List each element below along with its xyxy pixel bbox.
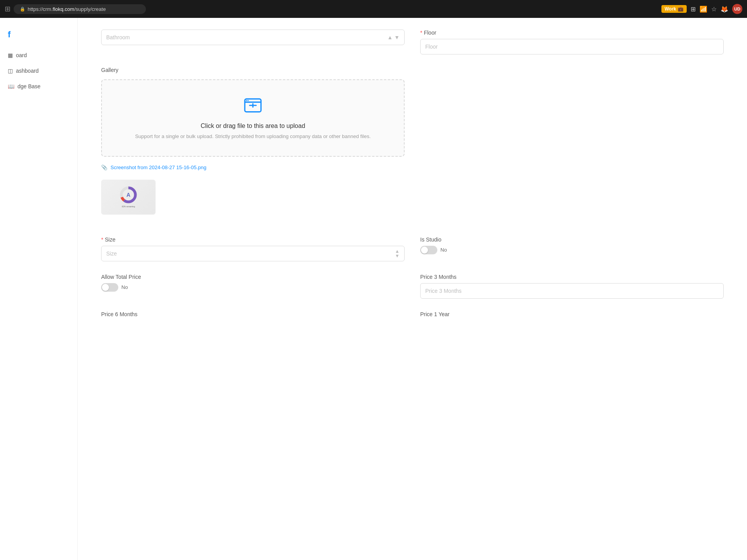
mini-donut-chart: A — [119, 185, 138, 205]
size-spinner: ▲ ▼ — [395, 249, 400, 258]
price-1-year-group: Price 1 Year — [420, 311, 724, 317]
floor-placeholder: Floor — [425, 44, 438, 50]
upload-area[interactable]: Click or drag file to this area to uploa… — [101, 79, 405, 157]
browser-left: ⊞ 🔒 https://crm.flokq.com/supply/create — [5, 4, 658, 14]
price-6-months-label: Price 6 Months — [101, 311, 405, 317]
size-field-group: * Size Size ▲ ▼ — [101, 236, 405, 261]
thumbnail-preview: A 82% remaining — [101, 180, 156, 215]
board-icon: ▦ — [8, 52, 13, 58]
price-3-months-input[interactable]: Price 3 Months — [420, 283, 724, 299]
bathroom-value: Bathroom — [106, 34, 130, 40]
attached-file: 📎 Screenshot from 2024-08-27 15-16-05.pn… — [101, 164, 405, 170]
is-studio-label: Is Studio — [420, 236, 724, 243]
gallery-field-group: Gallery Click or drag file to this area … — [101, 67, 405, 215]
lock-icon: 🔒 — [20, 7, 25, 12]
spinner-icon: ▲ ▼ — [387, 34, 400, 40]
attached-file-link[interactable]: Screenshot from 2024-08-27 15-16-05.png — [110, 164, 206, 170]
browser-right: Work 💼 ⊞ 📶 ☆ 🦊 UD — [661, 4, 742, 14]
grid-icon[interactable]: ⊞ — [691, 5, 696, 13]
upload-icon-wrapper — [110, 96, 396, 116]
book-icon: 📖 — [8, 83, 14, 89]
size-placeholder: Size — [106, 250, 117, 257]
price-row-1: Allow Total Price No Price 3 Months Pric… — [101, 274, 724, 299]
bathroom-field-group: Bathroom ▲ ▼ — [101, 30, 405, 54]
sidebar-item-dashboard[interactable]: ◫ ashboard — [0, 63, 77, 79]
allow-total-price-toggle-wrapper: No — [101, 283, 405, 292]
sidebar-item-label: ashboard — [16, 68, 39, 74]
gallery-label: Gallery — [101, 67, 405, 73]
svg-text:A: A — [126, 192, 130, 198]
bathroom-floor-row: Bathroom ▲ ▼ * Floor Floor — [101, 30, 724, 54]
main-content: Bathroom ▲ ▼ * Floor Floor — [78, 18, 747, 560]
star-icon[interactable]: ☆ — [711, 5, 717, 13]
size-studio-row: * Size Size ▲ ▼ Is Studio No — [101, 236, 724, 261]
upload-title: Click or drag file to this area to uploa… — [110, 122, 396, 130]
price-3-months-label: Price 3 Months — [420, 274, 724, 280]
sidebar: f ▦ oard ◫ ashboard 📖 dge Base — [0, 18, 78, 560]
size-label: * Size — [101, 236, 405, 243]
is-studio-toggle-knob — [421, 247, 428, 254]
thumbnail-inner: A 82% remaining — [102, 180, 155, 214]
is-studio-toggle-wrapper: No — [420, 246, 724, 254]
price-3-months-group: Price 3 Months Price 3 Months — [420, 274, 724, 299]
work-badge: Work 💼 — [661, 5, 687, 13]
user-avatar[interactable]: UD — [732, 4, 742, 14]
tab-icon: ⊞ — [5, 5, 11, 13]
gallery-row: Gallery Click or drag file to this area … — [101, 67, 724, 215]
paperclip-icon: 📎 — [101, 164, 107, 170]
upload-icon — [243, 96, 263, 115]
floor-label: * Floor — [420, 30, 724, 36]
dashboard-icon: ◫ — [8, 68, 13, 74]
floor-required: * — [420, 30, 422, 36]
upload-hint: Support for a single or bulk upload. Str… — [110, 133, 396, 140]
is-studio-field-group: Is Studio No — [420, 236, 724, 261]
allow-total-price-label: Allow Total Price — [101, 274, 405, 280]
sidebar-item-knowledge-base[interactable]: 📖 dge Base — [0, 79, 77, 94]
price-1-year-label: Price 1 Year — [420, 311, 724, 317]
extension-icon: 🦊 — [721, 5, 728, 13]
price-6-months-group: Price 6 Months — [101, 311, 405, 317]
briefcase-icon: 💼 — [678, 6, 684, 12]
url-bar[interactable]: 🔒 https://crm.flokq.com/supply/create — [14, 4, 146, 14]
price-row-2: Price 6 Months Price 1 Year — [101, 311, 724, 317]
sidebar-logo: f — [0, 26, 77, 47]
browser-controls: ⊞ — [5, 5, 11, 13]
floor-input[interactable]: Floor — [420, 39, 724, 54]
allow-total-price-group: Allow Total Price No — [101, 274, 405, 299]
mini-chart-text: 82% remaining — [121, 205, 135, 209]
page-wrapper: f ▦ oard ◫ ashboard 📖 dge Base Bathroom … — [0, 18, 747, 560]
floor-field-group: * Floor Floor — [420, 30, 724, 54]
sidebar-item-label: oard — [16, 52, 27, 58]
browser-chrome: ⊞ 🔒 https://crm.flokq.com/supply/create … — [0, 0, 747, 18]
size-required: * — [101, 236, 103, 243]
bathroom-select[interactable]: Bathroom ▲ ▼ — [101, 30, 405, 45]
price-3-months-placeholder: Price 3 Months — [425, 288, 461, 294]
wifi-icon: 📶 — [700, 5, 707, 13]
allow-total-price-toggle-label: No — [121, 284, 128, 290]
is-studio-toggle[interactable] — [420, 246, 437, 254]
allow-total-price-knob — [102, 284, 109, 291]
is-studio-toggle-label: No — [440, 247, 447, 253]
allow-total-price-toggle[interactable] — [101, 283, 118, 292]
sidebar-item-label: dge Base — [18, 83, 40, 89]
sidebar-item-board[interactable]: ▦ oard — [0, 47, 77, 63]
size-input[interactable]: Size ▲ ▼ — [101, 246, 405, 261]
url-text: https://crm.flokq.com/supply/create — [28, 6, 106, 12]
gallery-right-spacer — [420, 67, 724, 215]
